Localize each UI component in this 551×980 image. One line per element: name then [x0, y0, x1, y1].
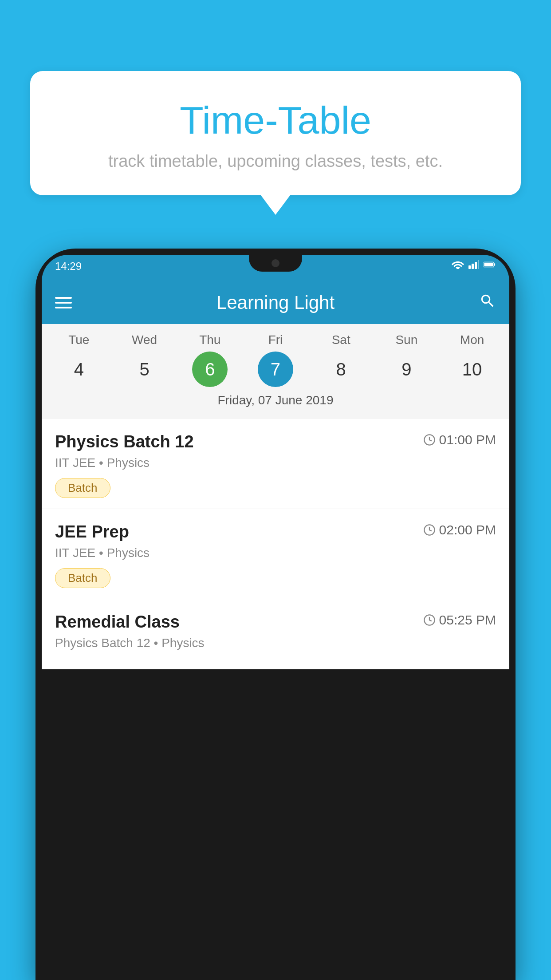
day-number[interactable]: 7: [258, 352, 293, 387]
search-button[interactable]: [479, 292, 496, 313]
app-title: Learning Light: [216, 292, 335, 313]
class-time: 02:00 PM: [423, 522, 496, 537]
svg-rect-2: [475, 262, 477, 269]
status-bar: 14:29: [42, 255, 509, 281]
day-header: Fri: [258, 333, 293, 347]
class-name: Physics Batch 12: [55, 432, 194, 451]
svg-rect-1: [472, 264, 474, 269]
wifi-icon: [452, 260, 464, 269]
class-name: Remedial Class: [55, 612, 180, 632]
svg-rect-0: [468, 265, 471, 269]
day-header: Thu: [192, 333, 228, 347]
class-name: JEE Prep: [55, 522, 129, 541]
speech-bubble: Time-Table track timetable, upcoming cla…: [30, 71, 521, 195]
class-item-header: Physics Batch 12 01:00 PM: [55, 432, 496, 451]
class-item[interactable]: JEE Prep 02:00 PM IIT JEE • Physics Batc…: [42, 509, 509, 599]
phone-frame: 14:29: [35, 249, 516, 980]
battery-icon: [484, 260, 496, 269]
signal-icon: [468, 260, 480, 269]
day-numbers: 45678910: [46, 352, 505, 387]
class-subject: IIT JEE • Physics: [55, 456, 496, 470]
batch-tag: Batch: [55, 568, 110, 588]
class-subject: IIT JEE • Physics: [55, 546, 496, 560]
clock-icon: [423, 524, 436, 536]
day-header: Tue: [61, 333, 97, 347]
bubble-title: Time-Table: [52, 98, 499, 143]
class-item-header: Remedial Class 05:25 PM: [55, 612, 496, 632]
class-list: Physics Batch 12 01:00 PM IIT JEE • Phys…: [42, 419, 509, 669]
clock-icon: [423, 614, 436, 626]
day-number[interactable]: 5: [127, 352, 162, 387]
class-item[interactable]: Physics Batch 12 01:00 PM IIT JEE • Phys…: [42, 419, 509, 509]
camera: [272, 259, 279, 267]
class-time: 05:25 PM: [423, 612, 496, 628]
day-number[interactable]: 9: [389, 352, 424, 387]
search-icon: [479, 292, 496, 309]
day-header: Wed: [127, 333, 162, 347]
day-header: Mon: [454, 333, 490, 347]
day-header: Sat: [323, 333, 359, 347]
class-item[interactable]: Remedial Class 05:25 PM Physics Batch 12…: [42, 599, 509, 669]
menu-button[interactable]: [55, 297, 72, 308]
svg-rect-6: [484, 263, 493, 266]
status-icons: [452, 260, 496, 269]
day-number[interactable]: 10: [454, 352, 490, 387]
batch-tag: Batch: [55, 478, 110, 498]
svg-rect-3: [478, 260, 479, 269]
day-number[interactable]: 4: [61, 352, 97, 387]
bubble-subtitle: track timetable, upcoming classes, tests…: [52, 152, 499, 171]
status-time: 14:29: [55, 260, 82, 273]
day-number[interactable]: 8: [323, 352, 359, 387]
day-header: Sun: [389, 333, 424, 347]
calendar-strip: TueWedThuFriSatSunMon 45678910 Friday, 0…: [42, 324, 509, 419]
class-subject: Physics Batch 12 • Physics: [55, 636, 496, 650]
class-item-header: JEE Prep 02:00 PM: [55, 522, 496, 541]
phone-notch: [249, 255, 302, 272]
clock-icon: [423, 434, 436, 446]
svg-rect-5: [494, 263, 495, 266]
day-number[interactable]: 6: [192, 352, 228, 387]
app-bar: Learning Light: [42, 281, 509, 324]
phone-screen: TueWedThuFriSatSunMon 45678910 Friday, 0…: [42, 324, 509, 669]
class-time: 01:00 PM: [423, 432, 496, 447]
day-headers: TueWedThuFriSatSunMon: [46, 333, 505, 347]
selected-date-label: Friday, 07 June 2019: [46, 387, 505, 415]
